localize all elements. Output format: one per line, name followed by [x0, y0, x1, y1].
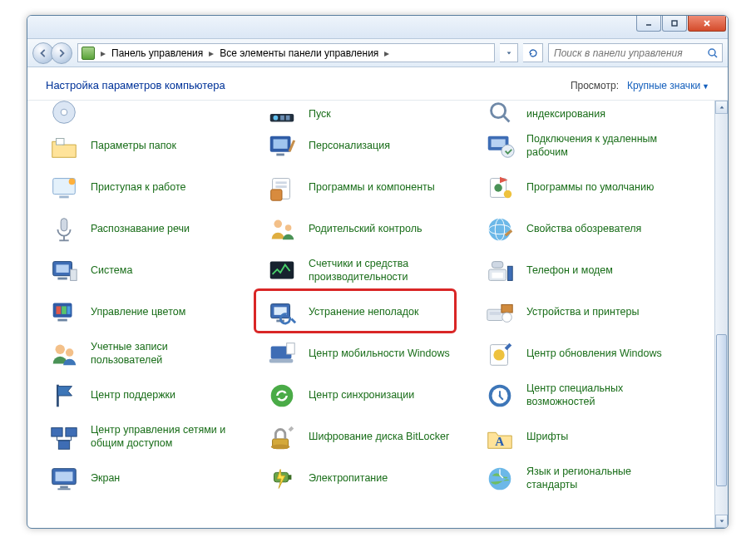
forward-button[interactable]	[51, 42, 72, 64]
cp-item-label: Язык и региональные стандарты	[526, 466, 676, 491]
cp-item-label: Персонализация	[309, 140, 390, 153]
cp-item-fonts[interactable]: Шрифты	[480, 416, 698, 458]
scroll-thumb[interactable]	[716, 334, 727, 486]
minimize-button[interactable]	[636, 16, 661, 32]
bitlocker-icon	[265, 421, 299, 454]
cp-item-label: Программы по умолчанию	[526, 181, 654, 195]
cp-item-display[interactable]: Экран	[44, 458, 262, 500]
programs-icon	[265, 171, 299, 205]
remote-icon	[483, 130, 516, 163]
cp-item-label: Параметры папок	[91, 140, 176, 153]
cp-item-label: Центр поддержки	[91, 389, 175, 402]
cp-item-bitlocker[interactable]: Шифрование диска BitLocker	[262, 416, 480, 458]
cp-item-remote[interactable]: Подключения к удаленным рабочим	[480, 126, 698, 167]
cp-item-label: Свойства обозревателя	[526, 223, 641, 236]
scroll-track[interactable]	[715, 114, 728, 515]
cp-item-indexing[interactable]: индексирования	[480, 104, 698, 126]
system-icon	[47, 254, 81, 288]
region-icon	[483, 462, 516, 495]
sync-icon	[265, 379, 299, 412]
cp-item-label: индексирования	[526, 108, 605, 121]
power-icon	[265, 462, 299, 495]
scroll-down-button[interactable]	[715, 515, 728, 528]
cp-item-network[interactable]: Центр управления сетями и общим доступом	[44, 416, 262, 458]
cp-item-label: Центр специальных возможностей	[526, 382, 676, 408]
cp-item-devices[interactable]: Устройства и принтеры	[480, 292, 698, 333]
folder-options-icon	[47, 130, 81, 163]
cp-item-defaults[interactable]: Программы по умолчанию	[480, 167, 698, 209]
cp-item-label: Экран	[91, 472, 120, 485]
cp-item-label: Пуск	[309, 108, 331, 121]
generic-disc-icon	[47, 106, 81, 123]
chevron-down-icon: ▼	[702, 82, 709, 91]
scroll-up-button[interactable]	[715, 101, 728, 114]
cp-item-taskbar[interactable]: Пуск	[262, 104, 480, 126]
cp-item-label: Центр мобильности Windows	[309, 347, 450, 361]
cp-item-internet[interactable]: Свойства обозревателя	[480, 209, 698, 250]
page-title: Настройка параметров компьютера	[46, 79, 225, 91]
fonts-icon	[483, 421, 516, 454]
cp-item-label: Шифрование диска BitLocker	[309, 431, 449, 444]
mobility-icon	[265, 338, 299, 371]
cp-item-label: Система	[91, 264, 132, 278]
search-input[interactable]	[552, 47, 707, 60]
breadcrumb-arrow-icon[interactable]: ▸	[98, 47, 108, 59]
cp-item-troubleshoot[interactable]: Устранение неполадок	[262, 292, 480, 333]
cp-item-generic-disc[interactable]	[44, 104, 262, 126]
subheader: Настройка параметров компьютера Просмотр…	[27, 67, 728, 101]
indexing-icon	[483, 106, 516, 123]
svg-rect-81	[672, 21, 677, 26]
cp-item-sync[interactable]: Центр синхронизации	[262, 375, 480, 416]
cp-item-label: Программы и компоненты	[309, 181, 435, 195]
ease-icon	[483, 379, 516, 412]
devices-icon	[483, 296, 516, 329]
cp-item-color-mgmt[interactable]: Управление цветом	[44, 292, 262, 333]
cp-item-system[interactable]: Система	[44, 250, 262, 292]
defaults-icon	[483, 171, 516, 205]
color-mgmt-icon	[47, 296, 81, 329]
breadcrumb-dropdown-button[interactable]	[500, 43, 518, 62]
maximize-button[interactable]	[662, 16, 687, 32]
microphone-icon	[47, 213, 81, 246]
cp-item-label: Управление цветом	[91, 306, 185, 319]
cp-item-label: Телефон и модем	[526, 264, 613, 278]
address-breadcrumb[interactable]: ▸ Панель управления ▸ Все элементы панел…	[77, 43, 495, 62]
cp-item-label: Шрифты	[526, 431, 568, 444]
cp-item-region[interactable]: Язык и региональные стандарты	[480, 458, 698, 500]
cp-item-action-flag[interactable]: Центр поддержки	[44, 375, 262, 416]
cp-item-user-accounts[interactable]: Учетные записи пользователей	[44, 333, 262, 375]
vertical-scrollbar[interactable]	[714, 101, 728, 528]
cp-item-microphone[interactable]: Распознавание речи	[44, 209, 262, 250]
getting-started-icon	[47, 171, 81, 205]
taskbar-icon	[265, 106, 299, 123]
view-by: Просмотр: Крупные значки▼	[571, 80, 709, 91]
breadcrumb-arrow-icon[interactable]: ▸	[382, 47, 392, 59]
search-icon	[707, 47, 719, 59]
cp-item-ease[interactable]: Центр специальных возможностей	[480, 375, 698, 416]
close-button[interactable]	[688, 16, 726, 32]
cp-item-performance[interactable]: Счетчики и средства производительности	[262, 250, 480, 292]
view-by-label: Просмотр:	[571, 80, 619, 91]
breadcrumb-arrow-icon[interactable]: ▸	[206, 47, 216, 59]
titlebar	[27, 16, 728, 39]
cp-item-personalization[interactable]: Персонализация	[262, 126, 480, 167]
breadcrumb-seg-2[interactable]: Все элементы панели управления	[216, 47, 382, 59]
cp-item-label: Распознавание речи	[91, 223, 190, 236]
cp-item-label: Устранение неполадок	[309, 306, 418, 319]
cp-item-getting-started[interactable]: Приступая к работе	[44, 167, 262, 209]
search-box[interactable]	[548, 43, 723, 62]
cp-item-folder-options[interactable]: Параметры папок	[44, 126, 262, 167]
control-panel-icon	[82, 47, 95, 60]
phone-icon	[483, 254, 516, 288]
action-flag-icon	[47, 379, 81, 412]
view-by-dropdown[interactable]: Крупные значки▼	[627, 80, 709, 91]
troubleshoot-icon	[265, 296, 299, 329]
breadcrumb-seg-1[interactable]: Панель управления	[108, 47, 206, 59]
cp-item-mobility[interactable]: Центр мобильности Windows	[262, 333, 480, 375]
cp-item-parental[interactable]: Родительский контроль	[262, 209, 480, 250]
cp-item-power[interactable]: Электропитание	[262, 458, 480, 500]
cp-item-update[interactable]: Центр обновления Windows	[480, 333, 698, 375]
refresh-button[interactable]	[523, 43, 543, 62]
cp-item-programs[interactable]: Программы и компоненты	[262, 167, 480, 209]
cp-item-phone[interactable]: Телефон и модем	[480, 250, 698, 292]
